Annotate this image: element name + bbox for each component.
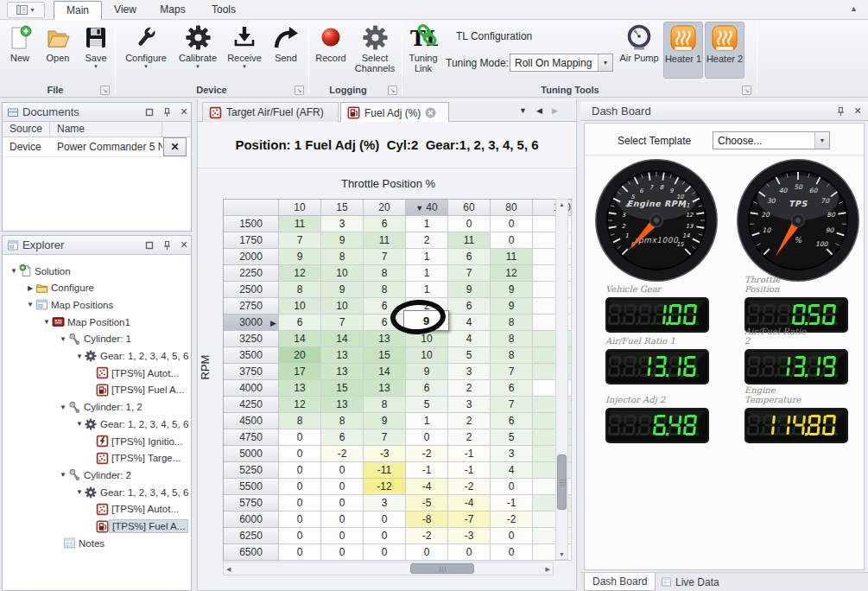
map-cell-5750-15[interactable]: 0 (321, 495, 364, 512)
map-cell-4250-10[interactable]: 12 (279, 397, 321, 413)
tree-item-map-position1[interactable]: ▼Map Position1 (42, 314, 133, 330)
column-header-80[interactable]: 80 (491, 200, 533, 216)
map-cell-5250-20[interactable]: -11 (364, 462, 406, 479)
map-cell-6000-40[interactable]: -8 (406, 512, 448, 528)
map-cell-2750-15[interactable]: 10 (321, 298, 364, 315)
map-cell-3250-20[interactable]: 13 (364, 331, 406, 347)
map-cell-4250-60[interactable]: 3 (448, 397, 491, 413)
logging-group-launcher[interactable]: ↘ (388, 86, 397, 95)
collapse-arrow-icon[interactable]: ▼ (59, 471, 67, 479)
map-cell-3750-15[interactable]: 13 (321, 364, 364, 380)
map-cell-2250-10[interactable]: 12 (279, 265, 321, 282)
map-cell-3500-15[interactable]: 13 (321, 347, 364, 364)
close-icon[interactable]: ✕ (851, 105, 865, 118)
scroll-tabs-left[interactable]: ◀ (536, 106, 542, 115)
pin-icon[interactable] (160, 238, 174, 252)
map-cell-3000-10[interactable]: 6 (279, 315, 321, 331)
map-cell-4500-80[interactable]: 6 (491, 413, 533, 429)
tuning-mode-select[interactable]: Roll On Mapping ▼ (510, 54, 613, 72)
tree-item-cylinder-1-2[interactable]: ▼Cylinder: 1, 2 (59, 399, 145, 416)
column-header-10[interactable]: 10 (279, 200, 321, 216)
map-cell-5250-10[interactable]: 0 (279, 462, 321, 479)
tab-live-data[interactable]: Live Data (653, 573, 727, 591)
map-cell-6000-10[interactable]: 0 (279, 512, 321, 528)
map-cell-5000-60[interactable]: -1 (448, 446, 491, 462)
map-cell-6000-15[interactable]: 0 (321, 512, 364, 528)
map-cell-2250-80[interactable]: 12 (491, 265, 533, 282)
restore-icon[interactable] (143, 238, 156, 252)
map-cell-5500-60[interactable]: -2 (448, 479, 491, 495)
collapse-arrow-icon[interactable]: ▼ (42, 318, 51, 326)
map-cell-6250-15[interactable]: 0 (321, 528, 364, 544)
map-cell-5750-80[interactable]: -1 (491, 495, 533, 512)
ribbon-collapse-button[interactable]: ▲ (850, 4, 858, 13)
file-group-launcher[interactable]: ↘ (100, 86, 110, 95)
scroll-up-arrow[interactable]: ▲ (556, 201, 567, 207)
map-cell-6500-40[interactable]: 0 (406, 544, 448, 561)
map-cell-6500-80[interactable]: 0 (491, 544, 533, 561)
tuning-tools-group-launcher[interactable]: ↘ (742, 86, 751, 95)
documents-row[interactable]: Device Power Commander 5 Ne... ✕ (3, 137, 191, 157)
map-cell-2500-40[interactable]: 1 (406, 282, 448, 298)
row-header-6500[interactable]: 6500 (224, 544, 279, 561)
map-cell-2500-80[interactable]: 9 (491, 282, 533, 298)
tree-item-configure[interactable]: ▶Configure (26, 280, 97, 296)
map-cell-6000-20[interactable]: 0 (364, 512, 406, 528)
map-cell-6500-15[interactable]: 0 (321, 544, 364, 561)
map-cell-6250-60[interactable]: -3 (448, 528, 491, 544)
receive-button[interactable]: Receive ▼ (223, 22, 266, 79)
fuel-map-table[interactable]: 101520▼406080100150011361000175079112110… (223, 199, 572, 561)
tree-item-tps-targe[interactable]: [TPS%] Targe... (92, 450, 183, 467)
open-button[interactable]: Open (40, 22, 76, 79)
map-cell-2750-80[interactable]: 9 (491, 298, 533, 315)
map-cell-3500-20[interactable]: 15 (364, 347, 406, 364)
template-select[interactable]: Choose... ▼ (713, 131, 830, 149)
map-cell-6000-60[interactable]: -7 (448, 512, 491, 528)
tab-maps[interactable]: Maps (149, 1, 197, 20)
row-header-5000[interactable]: 5000 (224, 446, 279, 462)
row-header-3500[interactable]: 3500 (224, 347, 279, 364)
vertical-scroll-thumb[interactable] (557, 454, 567, 510)
close-icon[interactable]: ✕ (177, 105, 191, 119)
map-cell-3250-60[interactable]: 4 (448, 331, 491, 347)
row-header-4500[interactable]: 4500 (224, 413, 279, 429)
map-cell-4000-60[interactable]: 2 (448, 380, 491, 397)
map-cell-1500-10[interactable]: 11 (279, 216, 321, 232)
map-cell-4750-15[interactable]: 6 (321, 429, 364, 446)
scroll-tabs-right[interactable]: ▶ (552, 106, 558, 115)
map-cell-6500-20[interactable]: 0 (364, 544, 406, 561)
select-channels-button[interactable]: Select Channels (352, 22, 398, 79)
row-header-6000[interactable]: 6000 (224, 512, 279, 528)
column-header-15[interactable]: 15 (321, 200, 364, 216)
map-cell-5500-80[interactable]: 0 (491, 479, 533, 495)
map-cell-2000-15[interactable]: 8 (321, 249, 364, 265)
map-cell-3250-10[interactable]: 14 (279, 331, 321, 347)
map-cell-3750-20[interactable]: 14 (364, 364, 406, 380)
map-cell-4000-15[interactable]: 15 (321, 380, 364, 397)
tab-fuel-adj[interactable]: Fuel Adj (%) (340, 102, 449, 123)
send-button[interactable]: Send (268, 22, 304, 79)
calibrate-button[interactable]: Calibrate ▼ (174, 22, 222, 79)
horizontal-scrollbar[interactable]: ◀ ▶ (223, 562, 554, 575)
row-header-3250[interactable]: 3250 (224, 331, 279, 347)
tree-item-cylinder-1[interactable]: ▼Cylinder: 1 (59, 331, 134, 347)
map-cell-5750-20[interactable]: 3 (364, 495, 406, 512)
map-cell-5750-40[interactable]: -5 (406, 495, 448, 512)
map-cell-2000-60[interactable]: 6 (448, 249, 491, 265)
pin-icon[interactable] (160, 105, 174, 119)
map-cell-1750-40[interactable]: 2 (406, 232, 448, 249)
tree-item-tps-ignitio[interactable]: [TPS%] Ignitio... (92, 433, 185, 449)
map-cell-4500-10[interactable]: 8 (279, 413, 321, 429)
map-cell-5250-15[interactable]: 0 (321, 462, 364, 479)
tab-list-dropdown[interactable]: ▼ (519, 106, 527, 115)
tab-dash-board[interactable]: Dash Board (584, 573, 656, 591)
scroll-left-arrow[interactable]: ◀ (226, 566, 231, 573)
row-header-1750[interactable]: 1750 (224, 232, 279, 249)
tree-item-solution[interactable]: ▼Solution (10, 263, 73, 279)
row-header-3000[interactable]: 3000▶ (224, 315, 279, 331)
column-header-40[interactable]: ▼40 (406, 200, 448, 216)
tab-main[interactable]: Main (54, 1, 102, 20)
map-cell-4000-20[interactable]: 13 (364, 380, 406, 397)
collapse-arrow-icon[interactable]: ▼ (26, 301, 35, 308)
row-header-5250[interactable]: 5250 (224, 462, 279, 479)
